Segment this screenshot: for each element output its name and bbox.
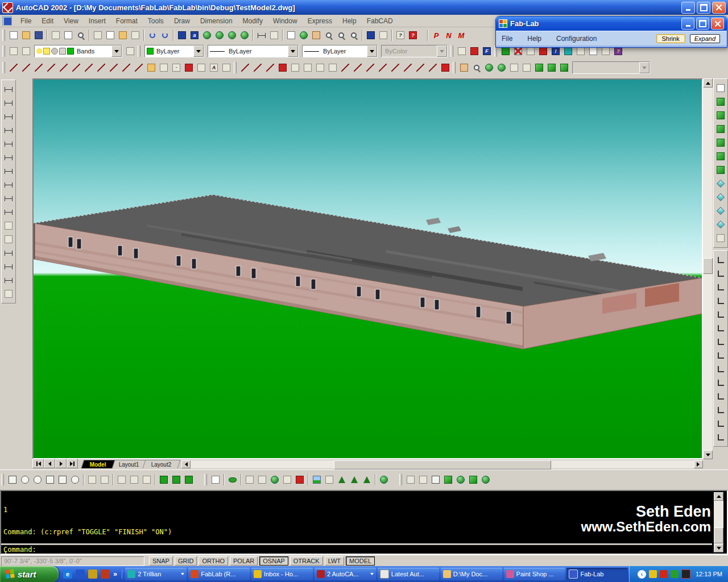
publish-to-web-icon[interactable]	[213, 29, 226, 41]
menu-view[interactable]: View	[59, 16, 84, 26]
tag-icon[interactable]	[220, 61, 233, 74]
task-my-documents[interactable]: D:\My Doc...	[441, 568, 502, 580]
render-icon[interactable]	[226, 473, 239, 486]
toolbar-grip[interactable]	[453, 62, 456, 73]
tray-icon-1[interactable]	[649, 570, 657, 578]
expand-button[interactable]: Expand	[690, 34, 720, 43]
task-paint-shop[interactable]: Paint Shop ...	[504, 568, 565, 580]
tab-model[interactable]: Model	[81, 460, 115, 468]
render-statistics-icon[interactable]	[378, 473, 390, 486]
start-button[interactable]: start	[0, 566, 59, 582]
first-tab-button[interactable]	[32, 459, 44, 468]
fablab-title-bar[interactable]: Fab-Lab	[496, 16, 727, 31]
view-ucs-icon[interactable]	[714, 335, 727, 348]
scroll-down-button[interactable]	[703, 450, 713, 459]
print-preview-icon[interactable]	[62, 29, 75, 41]
prev-tab-button[interactable]	[44, 459, 55, 468]
rectangle-icon[interactable]	[70, 61, 82, 74]
lwt-toggle[interactable]: LWT	[325, 556, 344, 566]
3d-wireframe-icon[interactable]	[417, 473, 429, 486]
intersect-icon[interactable]	[183, 473, 195, 486]
dimension-text-edit-icon[interactable]	[2, 260, 15, 273]
restore-button[interactable]	[697, 2, 710, 14]
radius-dimension-icon[interactable]	[2, 123, 15, 137]
quick-launch-overflow-icon[interactable]: »	[113, 570, 117, 578]
zoom-previous-icon[interactable]	[348, 29, 360, 41]
box-icon[interactable]	[6, 473, 19, 486]
se-isometric-icon[interactable]	[714, 190, 727, 204]
task-fablab-r[interactable]: FabLab (R...	[188, 568, 250, 580]
fablab-menu-configuration[interactable]: Configuration	[556, 35, 597, 43]
hatch-icon[interactable]	[183, 61, 195, 74]
flat-shaded-icon[interactable]	[442, 473, 454, 486]
sphere-icon[interactable]	[19, 473, 31, 486]
fabcad-m-button[interactable]: M	[455, 29, 468, 41]
toolbar-grip[interactable]	[138, 45, 140, 57]
point-icon[interactable]: ·	[170, 61, 183, 74]
line-icon[interactable]	[7, 61, 20, 74]
today-icon[interactable]	[176, 29, 188, 41]
menu-fabcad[interactable]: FabCAD	[362, 16, 398, 26]
menu-insert[interactable]: Insert	[84, 16, 111, 26]
menu-help[interactable]: Help	[337, 16, 362, 26]
gouraud-shaded-icon[interactable]	[454, 473, 467, 486]
extend-icon[interactable]	[377, 61, 389, 74]
linear-dimension-icon[interactable]	[2, 82, 15, 96]
toolbar-grip[interactable]	[1, 474, 4, 485]
fablab-minimize-button[interactable]	[681, 18, 694, 30]
torus-icon[interactable]	[69, 473, 81, 486]
extrude-icon[interactable]	[86, 473, 98, 486]
tab-layout2[interactable]: Layout2	[143, 460, 180, 468]
gouraud-shaded-edges-icon[interactable]	[479, 473, 492, 486]
color-control[interactable]: ByLayer	[144, 45, 204, 57]
model-toggle[interactable]: MODEL	[346, 556, 375, 566]
tab-layout1[interactable]: Layout1	[110, 460, 147, 468]
redo-icon[interactable]	[159, 29, 171, 41]
dropdown-arrow-icon[interactable]	[193, 45, 204, 57]
layer-control[interactable]: Bands	[34, 45, 122, 57]
command-window[interactable]: 1 Command: (c:rpref "TOGGLE" "FINISH" "O…	[0, 490, 728, 555]
mapping-icon[interactable]	[293, 473, 306, 486]
polar-toggle[interactable]: POLAR	[230, 556, 258, 566]
diameter-dimension-icon[interactable]	[2, 137, 15, 151]
toolbar-grip[interactable]	[204, 474, 207, 485]
array-icon[interactable]	[289, 61, 301, 74]
3d-adjust-distance-icon[interactable]	[520, 61, 533, 74]
layer-states-icon[interactable]	[20, 45, 32, 57]
menu-dimension[interactable]: Dimension	[195, 16, 238, 26]
materials-library-icon[interactable]	[281, 473, 293, 486]
next-tab-button[interactable]	[55, 459, 67, 468]
toolbar-grip[interactable]	[450, 45, 453, 57]
x-rotate-ucs-icon[interactable]	[714, 389, 727, 403]
menu-file[interactable]: File	[15, 16, 36, 26]
dimension-update-icon[interactable]	[2, 273, 15, 287]
hyperlink-icon[interactable]	[238, 29, 251, 41]
menu-window[interactable]: Window	[268, 16, 303, 26]
grid-toggle[interactable]: GRID	[175, 556, 197, 566]
arc-icon[interactable]	[82, 61, 95, 74]
ucs-icon[interactable]	[714, 253, 727, 267]
linetype-control[interactable]: ByLayer	[208, 45, 299, 57]
ordinate-dimension-icon[interactable]	[2, 110, 15, 123]
zoom-window-icon[interactable]	[335, 29, 348, 41]
task-fablab[interactable]: Fab-Lab	[566, 568, 628, 580]
scroll-left-button[interactable]	[181, 460, 191, 468]
menu-express[interactable]: Express	[303, 16, 337, 26]
object-ucs-icon[interactable]	[714, 307, 727, 321]
scenes-icon[interactable]	[243, 473, 256, 486]
named-views-icon[interactable]	[285, 29, 297, 41]
quick-dimension-icon[interactable]	[2, 164, 15, 178]
section-icon[interactable]	[128, 473, 140, 486]
undo-icon[interactable]	[146, 29, 159, 41]
pan-realtime-icon[interactable]	[458, 61, 470, 74]
3d-orbit-icon[interactable]	[483, 61, 495, 74]
toolbar-grip[interactable]	[2, 45, 5, 57]
camera-icon[interactable]	[714, 231, 727, 245]
fablab-menu-file[interactable]: File	[502, 35, 512, 43]
flat-shaded-edges-icon[interactable]	[467, 473, 479, 486]
sw-isometric-icon[interactable]	[714, 177, 727, 190]
layers-icon[interactable]	[7, 45, 20, 57]
three-point-ucs-icon[interactable]	[714, 376, 727, 389]
vscroll-thumb[interactable]	[703, 258, 713, 274]
region-icon[interactable]	[195, 61, 208, 74]
